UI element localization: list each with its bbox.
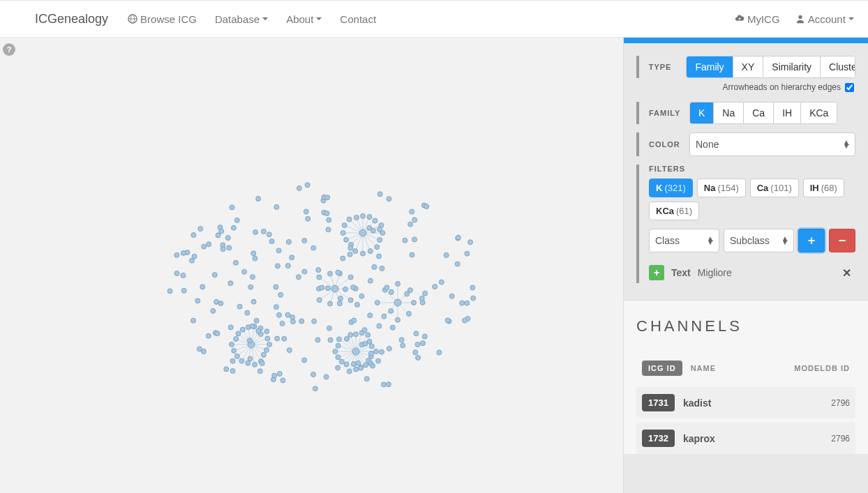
svg-point-120 [337,301,342,306]
svg-point-27 [354,215,359,220]
filter-chip-kca[interactable]: KCa (61) [649,202,699,220]
svg-point-336 [313,386,317,391]
arrowheads-checkbox[interactable] [845,83,854,92]
svg-point-232 [460,301,465,305]
svg-point-176 [306,216,310,221]
svg-point-25 [347,217,352,222]
svg-point-311 [324,211,329,216]
graph-canvas[interactable]: ? [0,38,624,493]
svg-point-161 [257,369,262,374]
class-select[interactable]: Class [649,229,719,252]
navbar: ICGenealogy Browse ICG Database About Co… [0,0,868,38]
color-select[interactable]: None [689,132,855,156]
svg-point-50 [239,358,244,363]
svg-point-299 [371,363,375,368]
svg-point-231 [299,319,304,324]
svg-point-130 [328,271,333,276]
svg-point-303 [220,247,225,252]
svg-point-190 [256,196,261,201]
svg-point-234 [433,285,437,289]
svg-point-277 [325,286,330,291]
family-ca[interactable]: Ca [744,103,774,123]
clear-text-filter-button[interactable]: ✕ [842,266,855,280]
svg-point-215 [224,367,229,372]
filter-chip-k[interactable]: K (321) [649,179,693,197]
nav-account[interactable]: Account [795,13,854,25]
svg-point-288 [419,296,424,301]
type-cluster[interactable]: Cluster [821,56,855,77]
help-button[interactable]: ? [3,43,15,56]
svg-point-58 [234,337,239,342]
add-filter-button[interactable]: + [798,229,825,252]
svg-point-171 [368,278,373,283]
svg-point-341 [297,185,301,190]
svg-point-249 [347,252,352,257]
family-k[interactable]: K [690,103,714,123]
nav-myicg[interactable]: MyICG [735,13,780,25]
accent-strip [624,38,868,43]
globe-icon [128,14,137,24]
svg-point-124 [317,298,322,303]
text-filter-row: + Text Migliore ✕ [649,262,855,283]
section-bar [636,56,639,78]
svg-point-286 [325,195,330,200]
svg-point-93 [336,355,341,360]
svg-point-184 [253,229,258,234]
svg-point-87 [347,369,352,374]
svg-point-302 [399,337,404,342]
svg-point-233 [456,235,461,240]
svg-point-212 [256,328,261,333]
svg-point-143 [382,314,387,319]
svg-point-285 [413,350,418,355]
nav-database[interactable]: Database [215,13,268,25]
svg-point-225 [316,268,321,273]
svg-point-199 [231,225,236,230]
add-text-filter-button[interactable]: + [649,265,664,280]
svg-point-75 [374,349,379,354]
color-row: COLOR None ▲▼ [636,132,855,156]
svg-point-202 [278,292,283,297]
svg-point-268 [285,312,290,317]
type-family[interactable]: Family [687,56,733,77]
svg-point-89 [344,362,349,367]
network-graph[interactable] [154,177,502,414]
nav-contact[interactable]: Contact [340,13,376,25]
remove-filter-button[interactable]: − [829,229,855,252]
svg-point-85 [354,367,359,372]
modeldb-id: 2796 [808,434,850,443]
brand[interactable]: ICGenealogy [35,12,108,26]
svg-point-228 [312,319,317,324]
family-ih[interactable]: IH [774,103,801,123]
family-na[interactable]: Na [714,103,744,123]
svg-point-314 [251,299,256,304]
svg-point-177 [324,374,329,379]
type-xy[interactable]: XY [733,56,764,77]
nav-browse[interactable]: Browse ICG [128,13,197,25]
svg-point-211 [302,269,307,274]
svg-point-141 [396,317,401,322]
svg-point-272 [327,326,331,331]
family-kca[interactable]: KCa [801,103,837,123]
svg-point-250 [261,229,266,234]
icg-id-badge: 1732 [642,430,675,447]
svg-point-154 [206,333,211,338]
svg-point-320 [233,260,238,265]
svg-point-319 [389,289,394,294]
svg-point-166 [380,266,384,271]
svg-point-224 [403,238,407,243]
svg-point-262 [230,358,235,363]
filter-chip-ca[interactable]: Ca (101) [750,179,799,197]
nav-about[interactable]: About [286,13,322,25]
filter-chip-ih[interactable]: IH (68) [803,179,844,197]
family-label: FAMILY [649,109,689,117]
section-bar [636,132,639,156]
channel-row[interactable]: 1731kadist2796 [636,387,855,418]
channel-row[interactable]: 1732kaprox2796 [636,423,855,454]
svg-point-36 [359,229,366,236]
user-icon [795,14,805,24]
svg-point-167 [274,285,278,289]
filter-chip-na[interactable]: Na (154) [697,179,746,197]
type-similarity[interactable]: Similarity [763,56,821,77]
svg-point-109 [366,333,371,337]
subclass-select[interactable]: Subclass [724,229,794,252]
